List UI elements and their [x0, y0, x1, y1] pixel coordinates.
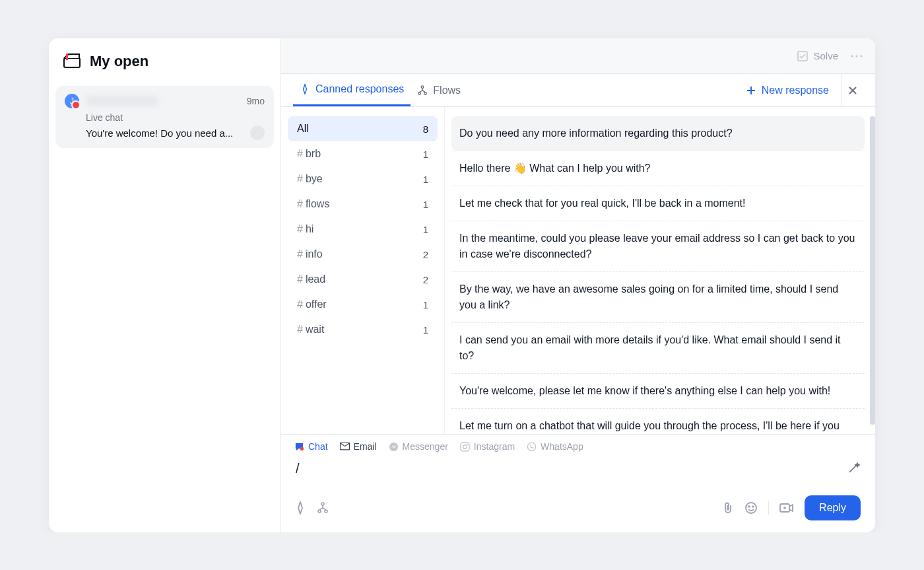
- mailbox-icon: [63, 53, 81, 69]
- conversation-channel: Live chat: [65, 112, 265, 123]
- category-wait[interactable]: #wait1: [288, 317, 438, 342]
- channel-chat[interactable]: Chat: [294, 441, 328, 452]
- quick-response-icon[interactable]: [296, 501, 305, 515]
- message-input[interactable]: /: [296, 461, 861, 485]
- svg-point-3: [851, 55, 853, 57]
- flows-icon[interactable]: [317, 502, 329, 514]
- svg-point-19: [746, 503, 756, 513]
- category-all[interactable]: All8: [288, 116, 438, 141]
- category-flows[interactable]: #flows1: [288, 192, 438, 217]
- response-item[interactable]: Hello there 👋 What can I help you with?: [451, 151, 865, 186]
- sidebar-title: My open: [90, 53, 148, 70]
- conversation-preview: You're welcome! Do you need a...: [65, 125, 265, 140]
- conversation-topbar: Solve: [281, 38, 875, 74]
- category-list: All8#brb1#bye1#flows1#hi1#info2#lead2#of…: [281, 107, 445, 434]
- svg-point-8: [424, 92, 427, 94]
- more-icon[interactable]: [850, 54, 863, 58]
- response-item[interactable]: Let me turn on a chatbot that will guide…: [451, 408, 865, 434]
- email-icon: [340, 442, 350, 452]
- category-lead[interactable]: #lead2: [288, 267, 438, 292]
- svg-point-4: [855, 55, 857, 57]
- whatsapp-icon: [527, 442, 537, 452]
- contact-name-blurred: [86, 96, 158, 106]
- svg-point-14: [467, 443, 468, 445]
- response-item[interactable]: By the way, we have an awesome sales goi…: [451, 271, 865, 322]
- scrollbar[interactable]: [870, 116, 875, 425]
- attachment-icon[interactable]: [722, 501, 734, 515]
- channel-messenger[interactable]: Messenger: [389, 441, 448, 452]
- svg-rect-12: [461, 442, 469, 450]
- new-response-button[interactable]: New response: [738, 74, 837, 106]
- response-item[interactable]: You're welcome, please let me know if th…: [451, 373, 865, 408]
- sidebar-header: My open: [49, 38, 280, 79]
- response-tabs: Canned responses Flows New response: [281, 74, 875, 107]
- response-item[interactable]: Do you need any more information regardi…: [451, 116, 865, 151]
- video-add-icon[interactable]: [779, 502, 794, 514]
- category-offer[interactable]: #offer1: [288, 292, 438, 317]
- inbox-sidebar: My open J 9mo Live chat You're welcome! …: [49, 38, 281, 532]
- composer: /: [281, 454, 875, 487]
- channel-tabs: Chat Email Messenger Instagram WhatsApp: [281, 435, 875, 454]
- svg-point-9: [300, 446, 304, 450]
- response-list: Do you need any more information regardi…: [451, 116, 865, 434]
- svg-point-15: [528, 443, 536, 450]
- response-item[interactable]: Let me check that for you real quick, I'…: [451, 186, 865, 221]
- conversation-card[interactable]: J 9mo Live chat You're welcome! Do you n…: [55, 86, 274, 148]
- reply-bar: Chat Email Messenger Instagram WhatsApp …: [281, 434, 875, 532]
- response-item[interactable]: I can send you an email with more detail…: [451, 322, 865, 373]
- svg-point-21: [752, 506, 754, 507]
- solve-button[interactable]: Solve: [797, 50, 838, 61]
- category-hi[interactable]: #hi1: [288, 217, 438, 242]
- tab-canned-responses[interactable]: Canned responses: [293, 74, 411, 106]
- app-shell: My open J 9mo Live chat You're welcome! …: [49, 38, 875, 532]
- composer-actions: Reply: [281, 487, 875, 532]
- main-panel: Solve Canned responses Flows New respons…: [281, 38, 875, 532]
- svg-point-20: [748, 506, 750, 507]
- instagram-icon: [460, 442, 470, 452]
- svg-point-17: [318, 510, 321, 513]
- category-bye[interactable]: #bye1: [288, 166, 438, 192]
- chat-icon: [294, 442, 304, 452]
- svg-point-18: [325, 510, 327, 513]
- channel-instagram[interactable]: Instagram: [460, 441, 515, 452]
- messenger-icon: [389, 442, 399, 452]
- response-list-wrap: Do you need any more information regardi…: [445, 107, 875, 434]
- contact-avatar: J: [65, 94, 79, 108]
- ai-magic-icon[interactable]: [847, 461, 861, 474]
- category-info[interactable]: #info2: [288, 242, 438, 267]
- category-brb[interactable]: #brb1: [288, 141, 438, 166]
- svg-point-7: [418, 92, 421, 94]
- svg-point-6: [422, 85, 424, 88]
- response-item[interactable]: In the meantime, could you please leave …: [451, 221, 865, 271]
- conversation-time: 9mo: [247, 96, 265, 106]
- svg-point-16: [321, 503, 324, 505]
- close-panel-button[interactable]: [841, 74, 863, 106]
- emoji-icon[interactable]: [744, 501, 758, 515]
- divider: [768, 501, 769, 515]
- svg-point-5: [860, 55, 862, 57]
- conversation-header: J 9mo: [65, 94, 265, 108]
- tab-flows[interactable]: Flows: [411, 74, 467, 106]
- svg-point-13: [463, 445, 467, 448]
- agent-avatar: [250, 125, 265, 140]
- canned-panel: All8#brb1#bye1#flows1#hi1#info2#lead2#of…: [281, 107, 875, 434]
- channel-whatsapp[interactable]: WhatsApp: [527, 441, 583, 452]
- channel-email[interactable]: Email: [340, 441, 377, 452]
- svg-rect-1: [66, 53, 68, 60]
- reply-button[interactable]: Reply: [805, 495, 861, 520]
